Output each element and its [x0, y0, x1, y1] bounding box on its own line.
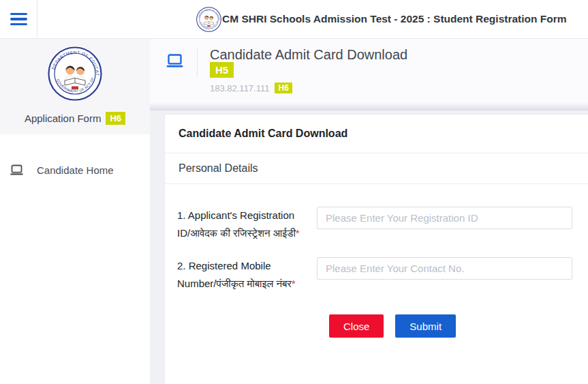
registration-id-row: 1. Applicant's Registration ID/आवेदक की … [177, 207, 572, 242]
navbar-brand: CM SHRI Schools Admission Test - 2025 : … [196, 0, 567, 38]
sidebar: Application Form H6 Candidate Home [0, 39, 150, 384]
sidebar-toggle-button[interactable] [0, 0, 37, 38]
content-body: Candidate Admit Card Download Personal D… [150, 110, 588, 384]
hamburger-icon [10, 10, 27, 29]
form-actions: Close Submit [329, 314, 572, 338]
education-department-logo-icon [48, 46, 102, 101]
sidebar-item-candidate-home[interactable]: Candidate Home [0, 156, 150, 184]
submit-button[interactable]: Submit [395, 314, 456, 338]
heading-level-badge: H5 [210, 62, 234, 78]
mobile-number-label: 2. Registered Mobile Number/पंजीकृत मोबा… [177, 257, 317, 293]
page-header: Candidate Admit Card Download H5 183.82.… [150, 39, 588, 110]
registration-id-input[interactable] [317, 207, 572, 229]
mobile-number-input[interactable] [317, 257, 572, 280]
sidebar-header: Application Form H6 [0, 39, 150, 134]
sidebar-nav: Candidate Home [0, 134, 150, 184]
app-title: CM SHRI Schools Admission Test - 2025 : … [222, 13, 567, 25]
required-asterisk: * [296, 227, 300, 239]
education-department-logo-icon [196, 7, 221, 32]
header-divider [197, 48, 198, 78]
laptop-icon [166, 52, 184, 70]
mobile-number-row: 2. Registered Mobile Number/पंजीकृत मोबा… [177, 257, 572, 293]
sidebar-item-label: Candidate Home [37, 164, 114, 176]
section-title: Personal Details [165, 153, 588, 184]
card-title: Candidate Admit Card Download [165, 115, 588, 153]
required-asterisk: * [292, 278, 296, 289]
ip-address: 183.82.117.111 [210, 83, 269, 93]
heading-level-badge: H6 [275, 83, 292, 93]
page-title: Candidate Admit Card Download [210, 46, 407, 62]
main-content: Candidate Admit Card Download H5 183.82.… [150, 39, 588, 384]
registration-id-label: 1. Applicant's Registration ID/आवेदक की … [177, 207, 317, 242]
heading-level-badge: H6 [106, 112, 125, 125]
admit-card-download-card: Candidate Admit Card Download Personal D… [164, 114, 588, 384]
admit-card-form: 1. Applicant's Registration ID/आवेदक की … [165, 184, 588, 338]
page-header-text: Candidate Admit Card Download H5 183.82.… [210, 46, 407, 93]
application-form-label: Application Form [25, 113, 102, 124]
top-navbar: CM SHRI Schools Admission Test - 2025 : … [0, 0, 588, 39]
close-button[interactable]: Close [329, 314, 384, 338]
laptop-icon [10, 163, 24, 177]
